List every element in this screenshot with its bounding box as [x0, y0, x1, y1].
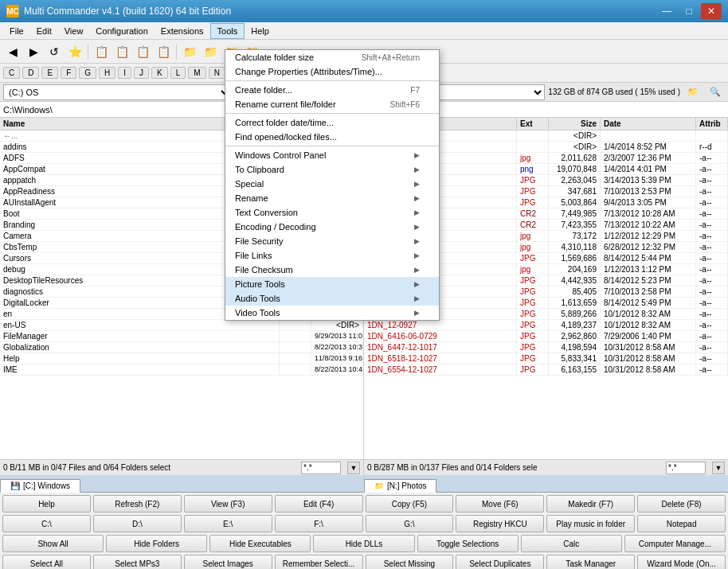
right-filter-input[interactable] — [666, 462, 706, 474]
back-button[interactable]: ◀ — [3, 42, 22, 61]
folder-btn-1[interactable]: 📁 — [180, 42, 199, 61]
notepad-button[interactable]: Notepad — [637, 515, 726, 532]
drive-e[interactable]: E — [41, 67, 58, 79]
copy-btn-4[interactable]: 📋 — [154, 42, 173, 61]
menu-rename[interactable]: Rename — [225, 191, 439, 205]
minimize-button[interactable]: — — [656, 3, 677, 19]
menu-find-opened-files[interactable]: Find opened/locked files... — [225, 130, 439, 144]
refresh-f2-button[interactable]: Refresh (F2) — [93, 495, 182, 512]
file-row[interactable]: IME8/22/2013 10:43 AM — [0, 364, 363, 376]
move-f6-button[interactable]: Move (F6) — [456, 495, 544, 512]
wizard-mode-button[interactable]: Wizard Mode (On... — [637, 555, 726, 569]
right-col-size[interactable]: Size — [549, 118, 601, 130]
menu-change-properties[interactable]: Change Properties (Attributes/Time)... — [225, 64, 439, 79]
drive-g-button[interactable]: G:\ — [366, 515, 454, 532]
hide-executables-button[interactable]: Hide Executables — [209, 535, 311, 552]
menu-create-folder[interactable]: Create folder... F7 — [225, 83, 439, 97]
maximize-button[interactable]: □ — [679, 3, 699, 19]
left-filter-button[interactable]: ▼ — [347, 462, 360, 474]
menu-file-checksum[interactable]: File Checksum — [225, 263, 439, 277]
copy-f5-button[interactable]: Copy (F5) — [366, 495, 454, 512]
select-duplicates-button[interactable]: Select Duplicates — [456, 555, 544, 569]
menu-view[interactable]: View — [58, 23, 90, 39]
drive-c[interactable]: C — [3, 67, 20, 79]
bookmark-button[interactable]: ⭐ — [65, 42, 84, 61]
left-drive-select[interactable]: (C:) OS — [3, 84, 232, 100]
drive-e-button[interactable]: E:\ — [184, 515, 272, 532]
select-images-button[interactable]: Select Images — [184, 555, 272, 569]
menu-text-conversion[interactable]: Text Conversion — [225, 205, 439, 220]
file-row[interactable]: FileManager9/29/2013 11:08 PM — [0, 331, 363, 342]
makedir-f7-button[interactable]: Makedir (F7) — [546, 495, 635, 512]
menu-file-security[interactable]: File Security — [225, 234, 439, 248]
left-tab[interactable]: 💾 [C:] Windows — [0, 479, 80, 493]
copy-btn-1[interactable]: 📋 — [92, 42, 111, 61]
menu-file[interactable]: File — [3, 23, 30, 39]
menu-tools[interactable]: Tools — [210, 23, 245, 39]
drive-d[interactable]: D — [22, 67, 39, 79]
folder-btn-2[interactable]: 📁 — [201, 42, 220, 61]
show-all-button[interactable]: Show All — [2, 535, 104, 552]
file-row[interactable]: en-US<DIR> — [0, 320, 363, 331]
right-panel-btn-1[interactable]: 📁 — [683, 83, 703, 102]
drive-f[interactable]: F — [61, 67, 76, 79]
right-col-attrib[interactable]: Attrib — [696, 118, 728, 130]
file-row[interactable]: 1DN_6518-12-1027JPG5,833,34110/31/2012 8… — [364, 353, 728, 364]
file-row[interactable]: Globalization8/22/2013 10:36 AM — [0, 342, 363, 353]
file-row[interactable]: 1DN_6447-12-1017JPG4,198,59410/31/2012 8… — [364, 342, 728, 353]
menu-calculate-folder-size[interactable]: Calculate folder size Shift+Alt+Return — [225, 50, 439, 64]
menu-to-clipboard[interactable]: To Clipboard — [225, 162, 439, 177]
edit-f4-button[interactable]: Edit (F4) — [275, 495, 363, 512]
select-mp3s-button[interactable]: Select MPs3 — [93, 555, 182, 569]
forward-button[interactable]: ▶ — [24, 42, 43, 61]
menu-encoding-decoding[interactable]: Encoding / Decoding — [225, 220, 439, 234]
task-manager-button[interactable]: Task Manager — [546, 555, 635, 569]
menu-video-tools[interactable]: Video Tools — [225, 306, 439, 320]
menu-help[interactable]: Help — [245, 23, 276, 39]
toggle-selections-button[interactable]: Toggle Selections — [417, 535, 519, 552]
drive-i[interactable]: I — [118, 67, 131, 79]
drive-j[interactable]: J — [134, 67, 149, 79]
right-col-date[interactable]: Date — [601, 118, 696, 130]
drive-k[interactable]: K — [151, 67, 168, 79]
right-tab[interactable]: 📁 [N:] Photos — [364, 479, 436, 493]
drive-m[interactable]: M — [188, 67, 205, 79]
refresh-button[interactable]: ↺ — [45, 42, 64, 61]
file-row[interactable]: 1DN_12-0927JPG4,189,23710/1/2012 8:32 AM… — [364, 320, 728, 331]
right-panel-btn-2[interactable]: 🔍 — [706, 83, 725, 102]
menu-windows-control-panel[interactable]: Windows Control Panel — [225, 148, 439, 162]
hide-folders-button[interactable]: Hide Folders — [106, 535, 207, 552]
menu-extensions[interactable]: Extensions — [155, 23, 210, 39]
menu-configuration[interactable]: Configuration — [89, 23, 154, 39]
right-col-ext[interactable]: Ext — [517, 118, 549, 130]
drive-g[interactable]: G — [79, 67, 96, 79]
drive-h[interactable]: H — [99, 67, 115, 79]
menu-special[interactable]: Special — [225, 177, 439, 191]
menu-file-links[interactable]: File Links — [225, 248, 439, 263]
right-filter-button[interactable]: ▼ — [712, 462, 725, 474]
computer-manage-button[interactable]: Computer Manage... — [624, 535, 726, 552]
menu-rename-file-folder[interactable]: Rename current file/folder Shift+F6 — [225, 97, 439, 111]
drive-n[interactable]: N — [209, 67, 225, 79]
play-music-button[interactable]: Play music in folder — [546, 515, 635, 532]
file-row[interactable]: 1DN_6554-12-1027JPG6,163,15510/31/2012 8… — [364, 364, 728, 376]
menu-edit[interactable]: Edit — [30, 23, 58, 39]
menu-picture-tools[interactable]: Picture Tools — [225, 277, 439, 291]
calc-button[interactable]: Calc — [521, 535, 622, 552]
registry-hkcu-button[interactable]: Registry HKCU — [456, 515, 544, 532]
file-row[interactable]: 1DN_6416-06-0729JPG2,962,8607/29/2006 1:… — [364, 331, 728, 342]
file-row[interactable]: Help11/8/2013 9:16 PM — [0, 353, 363, 364]
drive-l[interactable]: L — [170, 67, 186, 79]
drive-f-button[interactable]: F:\ — [275, 515, 363, 532]
left-filter-input[interactable] — [301, 462, 341, 474]
delete-f8-button[interactable]: Delete (F8) — [637, 495, 726, 512]
close-button[interactable]: ✕ — [701, 3, 722, 19]
select-all-button[interactable]: Select All — [2, 555, 91, 569]
view-f3-button[interactable]: View (F3) — [184, 495, 272, 512]
hide-dlls-button[interactable]: Hide DLLs — [313, 535, 414, 552]
remember-selection-button[interactable]: Remember Selecti... — [275, 555, 363, 569]
drive-d-button[interactable]: D:\ — [93, 515, 182, 532]
drive-c-button[interactable]: C:\ — [2, 515, 91, 532]
copy-btn-2[interactable]: 📋 — [112, 42, 131, 61]
copy-btn-3[interactable]: 📋 — [133, 42, 152, 61]
